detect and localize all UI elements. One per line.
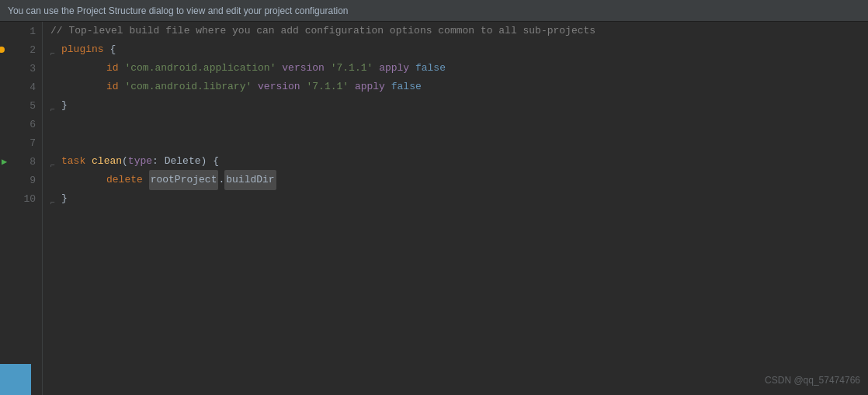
run-arrow-icon[interactable]: ▶ — [2, 156, 7, 168]
top-bar-text: You can use the Project Structure dialog… — [8, 5, 349, 16]
bookmark-dot — [0, 47, 5, 53]
fold-icon-5[interactable]: ⌐ — [50, 101, 60, 110]
dot-9: . — [218, 171, 224, 189]
brace-close-5: } — [61, 96, 68, 115]
line-number-8: ▶ 8 — [0, 152, 42, 171]
line-number-7: 7 — [0, 133, 42, 152]
version-val-4: '7.1.1' — [306, 78, 349, 96]
line-number-2: 2 — [0, 40, 42, 59]
brace-open-2: { — [104, 40, 116, 59]
plugin-id-3: 'com.android.application' — [124, 59, 276, 78]
left-stripe — [0, 364, 31, 395]
line-number-10: 10 — [0, 189, 42, 208]
plugins-keyword: plugins — [61, 40, 104, 59]
fold-icon-2[interactable]: ⌐ — [50, 45, 60, 54]
line-number-9: 9 — [0, 171, 42, 189]
paren-open-8: ( — [122, 152, 128, 171]
code-line-10: ⌐ } — [43, 189, 868, 208]
version-keyword-3: version — [282, 59, 325, 78]
false-val-3: false — [415, 59, 446, 78]
watermark: CSDN @qq_57474766 — [765, 375, 860, 386]
fold-icon-8[interactable]: ⌐ — [50, 157, 60, 166]
type-keyword: type — [128, 152, 152, 171]
paren-close-8: ) — [201, 152, 207, 171]
code-line-8: ⌐ task clean ( type : Delete ) { — [43, 152, 868, 171]
code-line-9: delete rootProject . buildDir — [43, 171, 868, 189]
brace-close-10: } — [61, 189, 68, 208]
root-project-highlight: rootProject — [149, 170, 219, 190]
brace-open-8: { — [213, 152, 219, 171]
false-val-4: false — [391, 78, 422, 96]
code-content: // Top-level build file where you can ad… — [43, 22, 868, 395]
editor-container: You can use the Project Structure dialog… — [0, 0, 868, 395]
code-line-5: ⌐ } — [43, 96, 868, 115]
delete-keyword: delete — [106, 171, 143, 189]
code-line-1: // Top-level build file where you can ad… — [43, 22, 868, 40]
line-numbers: 1 2 3 4 5 6 7 ▶ 8 — [0, 22, 43, 395]
colon-8: : — [152, 152, 158, 171]
code-line-6 — [43, 115, 868, 133]
code-line-2: ⌐ plugins { — [43, 40, 868, 59]
apply-keyword-4: apply — [355, 78, 385, 96]
id-keyword-4: id — [106, 78, 119, 96]
top-bar: You can use the Project Structure dialog… — [0, 0, 868, 22]
comment-text: // Top-level build file where you can ad… — [50, 22, 595, 40]
line-number-5: 5 — [0, 96, 42, 115]
line-number-6: 6 — [0, 115, 42, 133]
version-val-3: '7.1.1' — [331, 59, 373, 78]
task-keyword: task — [61, 152, 85, 171]
id-keyword-3: id — [106, 59, 119, 78]
version-keyword-4: version — [258, 78, 300, 96]
code-line-4: id 'com.android.library' version '7.1.1'… — [43, 78, 868, 96]
build-dir-highlight: buildDir — [224, 170, 276, 190]
line-number-3: 3 — [0, 59, 42, 78]
line-number-4: 4 — [0, 78, 42, 96]
plugin-id-4: 'com.android.library' — [124, 78, 252, 96]
delete-class: Delete — [165, 152, 201, 171]
code-area: 1 2 3 4 5 6 7 ▶ 8 — [0, 22, 868, 395]
clean-method: clean — [92, 152, 122, 171]
line-number-1: 1 — [0, 22, 42, 40]
code-line-7 — [43, 133, 868, 152]
fold-icon-10[interactable]: ⌐ — [50, 194, 60, 203]
apply-keyword-3: apply — [379, 59, 409, 78]
code-line-3: id 'com.android.application' version '7.… — [43, 59, 868, 78]
